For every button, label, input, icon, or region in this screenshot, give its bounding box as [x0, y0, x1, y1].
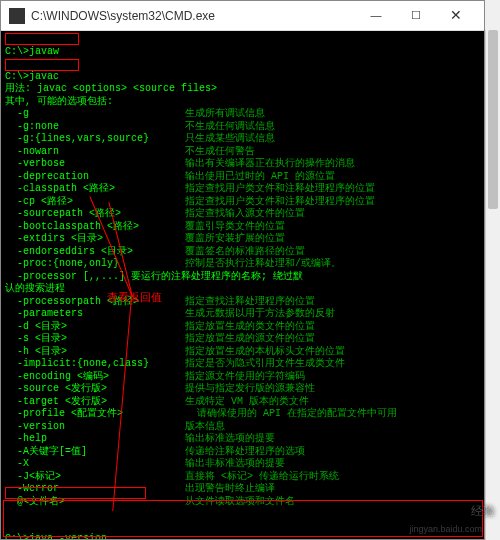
options-list: -g生成所有调试信息 -g:none不生成任何调试信息 -g:{lines,va… — [5, 108, 480, 508]
annotation-box — [5, 59, 79, 71]
console-output[interactable]: C:\>javaw C:\>javac 用法: javac <options> … — [1, 31, 484, 539]
window-scrollbar[interactable] — [485, 30, 500, 540]
cmd-icon — [9, 8, 25, 24]
annotation-box — [5, 33, 79, 45]
window-title: C:\WINDOWS\system32\CMD.exe — [31, 9, 356, 23]
prompt-line: C:\>javac — [5, 71, 59, 82]
scrollbar-thumb[interactable] — [488, 30, 498, 209]
watermark-url: jingyan.baidu.com — [409, 524, 482, 534]
watermark-text: 经验 — [471, 503, 495, 520]
close-button[interactable]: ✕ — [436, 1, 476, 31]
annotation-box — [5, 487, 146, 499]
maximize-button[interactable]: ☐ — [396, 1, 436, 31]
annotation-label: 查看返回值 — [107, 290, 162, 305]
cmd-window: C:\WINDOWS\system32\CMD.exe — ☐ ✕ C:\>ja… — [0, 0, 485, 540]
minimize-button[interactable]: — — [356, 1, 396, 31]
titlebar[interactable]: C:\WINDOWS\system32\CMD.exe — ☐ ✕ — [1, 1, 484, 31]
usage-line: 其中, 可能的选项包括: — [5, 96, 113, 107]
prompt-line: C:\>javaw — [5, 46, 59, 57]
usage-line: 用法: javac <options> <source files> — [5, 83, 217, 94]
